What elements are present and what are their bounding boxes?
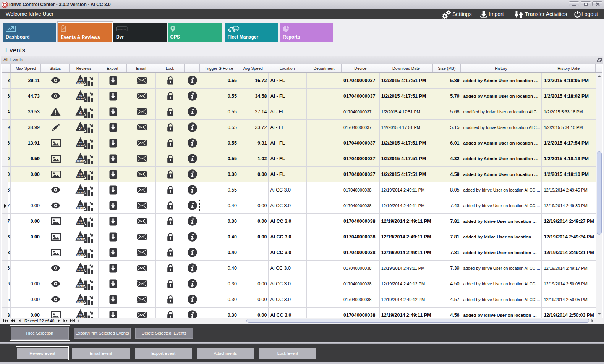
svg-text:SCORE: SCORE [77,238,84,240]
svg-text:SCORE: SCORE [77,81,84,84]
svg-text:SCORE: SCORE [77,300,84,303]
svg-text:NO: NO [79,313,82,316]
svg-text:NO: NO [79,79,82,81]
svg-text:SCORE: SCORE [77,175,84,177]
svg-text:NO: NO [79,94,82,97]
svg-text:SCORE: SCORE [77,222,84,224]
svg-text:NO: NO [79,219,82,222]
svg-text:SCORE: SCORE [77,191,84,193]
svg-text:NO: NO [79,298,82,300]
svg-text:NO: NO [79,172,82,175]
svg-text:SCORE: SCORE [77,159,84,162]
svg-text:MERGE: MERGE [117,27,126,30]
svg-text:2: 2 [79,126,82,132]
svg-text:NO: NO [79,282,82,284]
svg-text:SCORE: SCORE [77,253,84,256]
svg-text:NO: NO [79,141,82,143]
svg-text:SCORE: SCORE [77,285,84,287]
svg-text:4: 4 [79,110,82,116]
svg-text:NO: NO [79,266,82,269]
svg-text:SCORE: SCORE [77,206,84,209]
svg-text:NO: NO [79,251,82,253]
svg-text:SCORE: SCORE [77,269,84,271]
svg-text:NO: NO [79,204,82,206]
svg-text:NO: NO [79,157,82,159]
svg-text:NO: NO [79,235,82,237]
svg-text:SCORE: SCORE [77,97,84,99]
svg-text:SCORE: SCORE [77,144,84,146]
svg-text:NO: NO [79,188,82,190]
